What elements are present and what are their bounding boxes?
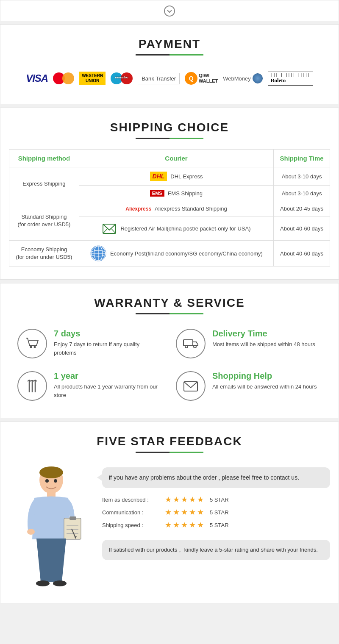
person-figure bbox=[9, 463, 94, 590]
rating-label-comm: Communication : bbox=[102, 509, 161, 516]
webmoney-logo: WebMoney bbox=[223, 70, 263, 87]
svg-point-34 bbox=[54, 479, 57, 483]
seven-days-text: Enjoy 7 days to return if any quality pr… bbox=[54, 340, 163, 357]
bank-transfer-logo: Bank Transfer bbox=[138, 70, 180, 87]
dhl-time: About 3-10 days bbox=[274, 167, 330, 186]
svg-point-31 bbox=[36, 580, 50, 586]
warranty-underline bbox=[136, 313, 203, 314]
stars-ship: ★ ★ ★ ★ ★ bbox=[165, 520, 204, 530]
svg-rect-24 bbox=[64, 518, 81, 539]
airmail-icon bbox=[102, 221, 117, 236]
rating-row-item: Item as described : ★ ★ ★ ★ ★ 5 STAR bbox=[102, 495, 330, 504]
svg-rect-12 bbox=[183, 340, 193, 346]
maestro-logo: maestro bbox=[111, 70, 133, 87]
feedback-title: FIVE STAR FEEDBACK bbox=[9, 435, 330, 448]
dhl-courier: DHL DHL Express bbox=[79, 167, 273, 186]
payment-section: PAYMENT VISA WESTERNUNION maestro bbox=[0, 24, 339, 104]
standard-method: Standard Shipping(for order over USD5) bbox=[9, 201, 79, 241]
shipping-section: SHIPPING CHOICE Shipping method Courier … bbox=[0, 108, 339, 280]
top-chevron bbox=[0, 0, 339, 21]
rating-text-item: 5 STAR bbox=[210, 497, 229, 503]
warranty-item-1year: 1 year All products have 1 year warranty… bbox=[17, 371, 163, 401]
ems-time: About 3-10 days bbox=[274, 186, 330, 201]
person-illustration bbox=[13, 463, 89, 590]
airmail-time: About 40-60 days bbox=[274, 217, 330, 241]
un-icon bbox=[90, 245, 107, 262]
economy-time: About 40-60 days bbox=[274, 241, 330, 266]
boleto-logo: ||||| |||| ||||| Boleto bbox=[268, 70, 313, 87]
table-row: Economy Shipping(for order under USD5) E… bbox=[9, 241, 330, 266]
speech-bubble-2: If satisfied with our products， kindly l… bbox=[102, 540, 330, 560]
feedback-content: if you have any problems about the order… bbox=[9, 463, 330, 590]
ali-courier: Aliexpress Aliexpress Standard Shipping bbox=[79, 201, 273, 217]
svg-point-32 bbox=[53, 580, 67, 586]
warranty-title: WARRANTY & SERVICE bbox=[9, 296, 330, 310]
rating-row-communication: Communication : ★ ★ ★ ★ ★ 5 STAR bbox=[102, 508, 330, 517]
ali-time: About 20-45 days bbox=[274, 201, 330, 217]
speech-bubble-2-text: If satisfied with our products， kindly l… bbox=[109, 547, 318, 553]
svg-rect-25 bbox=[69, 516, 76, 520]
delivery-heading: Delivery Time bbox=[212, 329, 315, 339]
economy-courier: Economy Post(finland economy/SG economy/… bbox=[79, 241, 273, 266]
speech-bubble-1-text: if you have any problems about the order… bbox=[109, 474, 299, 481]
stars-item: ★ ★ ★ ★ ★ bbox=[165, 495, 204, 504]
economy-method: Economy Shipping(for order under USD5) bbox=[9, 241, 79, 266]
cart-icon bbox=[17, 329, 47, 358]
payment-title: PAYMENT bbox=[9, 37, 330, 51]
feedback-right: if you have any problems about the order… bbox=[102, 463, 330, 560]
shopping-help-text: All emails will be answered within 24 ho… bbox=[212, 383, 317, 391]
ratings-table: Item as described : ★ ★ ★ ★ ★ 5 STAR Com… bbox=[102, 495, 330, 533]
airmail-courier: Registered Air Mail(china post/e packet-… bbox=[79, 217, 273, 241]
shipping-underline bbox=[136, 138, 203, 139]
warranty-section: WARRANTY & SERVICE 7 days Enjoy 7 days t… bbox=[0, 283, 339, 418]
svg-point-22 bbox=[27, 529, 35, 535]
warranty-grid: 7 days Enjoy 7 days to return if any qua… bbox=[9, 325, 330, 405]
svg-point-10 bbox=[30, 346, 32, 348]
shopping-help-heading: Shopping Help bbox=[212, 371, 317, 381]
feedback-section: FIVE STAR FEEDBACK bbox=[0, 422, 339, 603]
rating-row-shipping: Shipping speed : ★ ★ ★ ★ ★ 5 STAR bbox=[102, 520, 330, 530]
payment-underline bbox=[136, 54, 203, 56]
warranty-item-help: Shopping Help All emails will be answere… bbox=[176, 371, 322, 401]
table-row: Express Shipping DHL DHL Express About 3… bbox=[9, 167, 330, 186]
tools-icon bbox=[17, 371, 47, 401]
shipping-title: SHIPPING CHOICE bbox=[9, 121, 330, 134]
col-time: Shipping Time bbox=[274, 150, 330, 167]
one-year-text: All products have 1 year warranty from o… bbox=[54, 383, 163, 399]
warranty-item-7days: 7 days Enjoy 7 days to return if any qua… bbox=[17, 329, 163, 358]
mail-icon bbox=[176, 371, 206, 401]
western-union-logo: WESTERNUNION bbox=[79, 70, 106, 87]
visa-logo: VISA bbox=[26, 70, 48, 87]
rating-label-item: Item as described : bbox=[102, 497, 161, 503]
svg-point-13 bbox=[185, 345, 188, 348]
seven-days-heading: 7 days bbox=[54, 329, 163, 339]
rating-label-ship: Shipping speed : bbox=[102, 522, 161, 528]
truck-icon bbox=[176, 329, 206, 358]
shipping-table: Shipping method Courier Shipping Time Ex… bbox=[9, 149, 330, 266]
qiwi-logo: Q QIWIWALLET bbox=[185, 70, 218, 87]
one-year-heading: 1 year bbox=[54, 371, 163, 381]
rating-text-comm: 5 STAR bbox=[210, 509, 229, 516]
svg-point-20 bbox=[39, 466, 63, 478]
warranty-item-delivery: Delivery Time Most items will be shipped… bbox=[176, 329, 322, 358]
ems-courier: EMS EMS Shipping bbox=[79, 186, 273, 201]
rating-text-ship: 5 STAR bbox=[210, 522, 229, 528]
svg-point-0 bbox=[164, 6, 175, 16]
table-row: Standard Shipping(for order over USD5) A… bbox=[9, 201, 330, 217]
delivery-text: Most items will be shipped within 48 hou… bbox=[212, 340, 315, 349]
col-courier: Courier bbox=[79, 150, 273, 167]
stars-comm: ★ ★ ★ ★ ★ bbox=[165, 508, 204, 517]
col-method: Shipping method bbox=[9, 150, 79, 167]
mastercard-logo bbox=[53, 70, 74, 87]
svg-point-14 bbox=[194, 345, 196, 348]
svg-point-11 bbox=[34, 346, 36, 348]
feedback-underline bbox=[136, 452, 203, 453]
payment-logos: VISA WESTERNUNION maestro Bank Transfer bbox=[9, 66, 330, 91]
svg-point-33 bbox=[45, 479, 49, 483]
speech-bubble-1: if you have any problems about the order… bbox=[102, 467, 330, 488]
express-method: Express Shipping bbox=[9, 167, 79, 201]
